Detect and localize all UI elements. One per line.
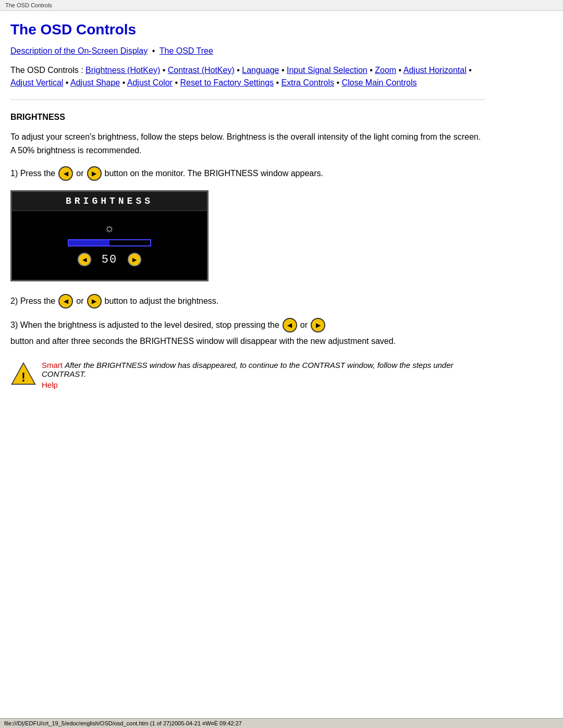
intro-link-close[interactable]: Close Main Controls [341, 78, 417, 87]
step-3: 3) When the brightness is adjusted to th… [10, 318, 485, 348]
step3-suffix: button and after three seconds the BRIGH… [10, 335, 396, 348]
intro-paragraph: The OSD Controls : Brightness (HotKey) •… [10, 64, 485, 89]
intro-link-reset[interactable]: Reset to Factory Settings [180, 78, 274, 87]
step-2: 2) Press the or button to adjust the bri… [10, 294, 485, 309]
right-button-icon-step2 [87, 294, 102, 309]
section-divider [10, 100, 485, 100]
smart-help-section: ! Smart After the BRIGHTNESS window has … [10, 361, 485, 389]
osd-value: 50 [102, 253, 117, 266]
step3-or: or [300, 318, 308, 332]
osd-title: BRIGHTNESS [12, 192, 207, 211]
sun-icon: ☼ [104, 221, 115, 235]
intro-link-contrast[interactable]: Contrast (HotKey) [168, 66, 235, 75]
step-1: 1) Press the or button on the monitor. T… [10, 166, 485, 181]
step1-or: or [76, 167, 83, 180]
intro-link-zoom[interactable]: Zoom [375, 66, 396, 75]
osd-left-btn: ◀ [78, 253, 91, 266]
left-button-icon-step1 [58, 166, 73, 181]
step1-prefix: 1) Press the [10, 167, 55, 180]
intro-link-adjust-color[interactable]: Adjust Color [127, 78, 173, 87]
intro-link-language[interactable]: Language [242, 66, 279, 75]
brightness-heading: BRIGHTNESS [10, 113, 485, 122]
brightness-bar-fill [69, 240, 109, 245]
osd-right-btn: ▶ [128, 253, 141, 266]
help-label: Help [42, 380, 485, 389]
browser-tab: The OSD Controls [0, 0, 563, 11]
left-button-icon-step2 [58, 294, 73, 309]
step3-prefix: 3) When the brightness is adjusted to th… [10, 318, 279, 332]
osd-controls: ◀ 50 ▶ [78, 253, 141, 266]
brightness-osd-display: BRIGHTNESS ☼ ◀ 50 ▶ [10, 190, 209, 281]
right-button-icon-step3 [311, 318, 325, 332]
intro-link-adjust-h[interactable]: Adjust Horizontal [403, 66, 467, 75]
left-button-icon-step3 [283, 318, 297, 332]
intro-link-extra[interactable]: Extra Controls [282, 78, 334, 87]
intro-link-brightness[interactable]: Brightness (HotKey) [85, 66, 160, 75]
intro-link-input-signal[interactable]: Input Signal Selection [287, 66, 368, 75]
intro-link-adjust-shape[interactable]: Adjust Shape [70, 78, 120, 87]
nav-link-description[interactable]: Description of the On-Screen Display [10, 46, 148, 55]
step1-suffix: button on the monitor. The BRIGHTNESS wi… [105, 167, 323, 180]
step2-or: or [76, 294, 83, 308]
osd-inner: ☼ ◀ 50 ▶ [12, 211, 207, 272]
nav-links: Description of the On-Screen Display • T… [10, 46, 485, 56]
page-title: The OSD Controls [10, 21, 485, 38]
smart-help-text: After the BRIGHTNESS window has disappea… [42, 361, 454, 378]
svg-text:!: ! [21, 370, 26, 384]
main-content: The OSD Controls Description of the On-S… [0, 11, 500, 421]
tab-title: The OSD Controls [5, 2, 52, 8]
step2-suffix: button to adjust the brightness. [105, 294, 219, 308]
brightness-description: To adjust your screen's brightness, foll… [10, 130, 485, 157]
nav-link-osd-tree[interactable]: The OSD Tree [160, 46, 213, 55]
warning-icon: ! [10, 361, 36, 387]
intro-link-adjust-v[interactable]: Adjust Vertical [10, 78, 63, 87]
smart-help-content: Smart After the BRIGHTNESS window has di… [42, 361, 485, 389]
step2-prefix: 2) Press the [10, 294, 55, 308]
right-button-icon-step1 [87, 166, 102, 181]
smart-label: Smart [42, 361, 63, 369]
brightness-bar [68, 239, 151, 246]
